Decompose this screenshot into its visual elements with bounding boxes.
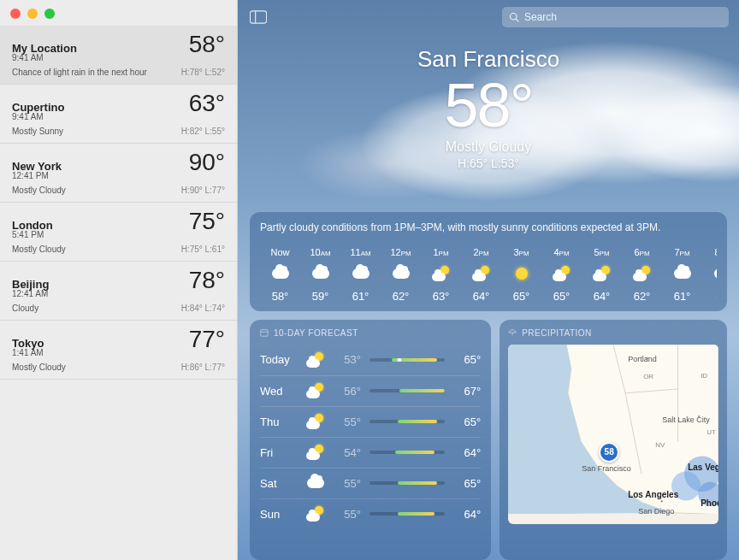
forecast-low: 55°: [334, 477, 361, 490]
map-city-label: ID: [701, 372, 707, 380]
precipitation-map[interactable]: PortlandORIDSalt Lake CityUTNVSan Franci…: [508, 345, 718, 524]
hour-item: 12PM62°: [381, 247, 421, 303]
map-city-label: OR: [643, 373, 653, 380]
location-hilo: H:82° L:55°: [181, 127, 225, 136]
location-item[interactable]: Beijing12:41 AM78°CloudyH:84° L:74°: [0, 262, 237, 321]
hour-item: 6PM62°: [622, 247, 662, 303]
sidebar: My Location9:41 AM58°Chance of light rai…: [0, 0, 238, 560]
hour-temp: 61°: [674, 290, 691, 303]
forecast-header: 10-DAY FORECAST: [260, 328, 481, 338]
hour-temp: 61°: [352, 290, 370, 303]
map-city-label: UT: [706, 428, 716, 436]
location-item[interactable]: London5:41 PM75°Mostly CloudyH:75° L:61°: [0, 203, 237, 262]
forecast-row[interactable]: Fri54°64°: [260, 437, 481, 468]
hour-item: 2PM64°: [461, 247, 501, 303]
location-temp: 90°: [189, 149, 225, 176]
hour-label: 5PM: [594, 247, 609, 257]
location-condition: Mostly Cloudy: [12, 186, 66, 195]
hour-label: Now: [270, 247, 289, 257]
location-item[interactable]: Cupertino9:41 AM63°Mostly SunnyH:82° L:5…: [0, 85, 237, 144]
map-city-label: Las Vegas: [688, 463, 718, 472]
calendar-icon: [260, 328, 269, 337]
forecast-high: 64°: [453, 508, 481, 521]
location-item[interactable]: Tokyo1:41 AM77°Mostly CloudyH:86° L:77°: [0, 321, 237, 380]
minimize-window-button[interactable]: [27, 9, 38, 19]
forecast-row[interactable]: Thu55°65°: [260, 406, 481, 437]
forecast-row[interactable]: Sat55°65°: [260, 468, 481, 498]
locations-list[interactable]: My Location9:41 AM58°Chance of light rai…: [0, 26, 237, 560]
svg-point-2: [511, 14, 517, 21]
location-temp: 58°: [189, 31, 225, 58]
hour-temp: 64°: [473, 290, 490, 303]
temp-range-bar: [370, 420, 445, 423]
hour-item: 5PM64°: [582, 247, 622, 303]
forecast-row[interactable]: Today53°65°: [260, 345, 481, 375]
hourly-summary: Partly cloudy conditions from 1PM–3PM, w…: [260, 221, 717, 235]
cloud-icon: [312, 268, 329, 279]
map-city-label: Phoenix: [701, 498, 718, 508]
forecast-row[interactable]: Sun55°64°: [260, 498, 481, 529]
precipitation-card[interactable]: PRECIPITATION: [500, 320, 727, 560]
hour-temp: 59°: [312, 290, 329, 303]
hourly-forecast-card[interactable]: Partly cloudy conditions from 1PM–3PM, w…: [250, 212, 727, 311]
hour-item: 3PM65°: [501, 247, 541, 303]
svg-line-3: [516, 19, 518, 21]
current-condition: Mostly Cloudy: [238, 139, 739, 155]
forecast-day: Wed: [260, 385, 298, 398]
map-current-location-pin[interactable]: 58: [599, 442, 619, 463]
cloud-icon: [393, 268, 410, 279]
hour-temp: 58°: [272, 290, 289, 303]
location-item[interactable]: My Location9:41 AM58°Chance of light rai…: [0, 26, 237, 85]
ten-day-forecast-card[interactable]: 10-DAY FORECAST Today53°65°Wed56°67°Thu5…: [250, 320, 491, 560]
map-city-label: Los Angeles: [628, 490, 678, 499]
hour-label: 11AM: [350, 247, 370, 257]
location-hilo: H:84° L:74°: [181, 304, 225, 313]
toolbar: [238, 0, 739, 34]
location-item[interactable]: New York12:41 PM90°Mostly CloudyH:90° L:…: [0, 144, 237, 203]
forecast-low: 55°: [334, 508, 361, 521]
search-icon: [509, 12, 519, 22]
partly-cloudy-icon: [633, 266, 652, 281]
cloud-icon: [674, 268, 691, 279]
partly-cloudy-icon: [306, 445, 325, 460]
search-field[interactable]: [502, 7, 729, 27]
map-city-label: Portland: [628, 355, 657, 363]
hour-temp: 64°: [594, 290, 611, 303]
forecast-day: Today: [260, 353, 298, 366]
forecast-day: Fri: [260, 446, 298, 459]
hour-label: 2PM: [473, 247, 488, 257]
forecast-list: Today53°65°Wed56°67°Thu55°65°Fri54°64°Sa…: [260, 345, 481, 529]
window-controls: [0, 0, 237, 26]
location-condition: Chance of light rain in the next hour: [12, 68, 147, 77]
hourly-list[interactable]: Now58°10AM59°11AM61°12PM62°1PM63°2PM64°3…: [260, 247, 717, 303]
hour-label: 7PM: [674, 247, 689, 257]
partly-cloudy-icon: [306, 414, 325, 429]
temp-range-bar: [370, 389, 445, 392]
toggle-sidebar-button[interactable]: [248, 9, 269, 26]
location-hilo: H:90° L:77°: [181, 186, 225, 195]
search-input[interactable]: [524, 11, 722, 23]
hour-item: 4PM65°: [541, 247, 582, 303]
location-temp: 75°: [189, 208, 225, 235]
location-condition: Mostly Sunny: [12, 127, 63, 136]
forecast-row[interactable]: Wed56°67°: [260, 375, 481, 406]
cloud-icon: [272, 268, 289, 279]
map-city-label: Salt Lake City: [662, 416, 710, 424]
forecast-high: 65°: [453, 353, 481, 366]
svg-point-16: [661, 500, 663, 502]
location-hilo: H:86° L:77°: [181, 363, 225, 372]
hour-item: 10AM59°: [300, 247, 340, 303]
sidebar-icon: [250, 10, 267, 24]
partly-cloudy-icon: [432, 266, 451, 281]
partly-cloudy-icon: [472, 266, 491, 281]
close-window-button[interactable]: [10, 9, 21, 19]
hour-temp: 65°: [513, 290, 530, 303]
forecast-low: 54°: [334, 446, 361, 459]
partly-cloudy-icon: [593, 266, 612, 281]
hour-label: 3PM: [513, 247, 529, 257]
cloud-icon: [352, 268, 370, 279]
fullscreen-window-button[interactable]: [44, 9, 55, 19]
location-hilo: H:78° L:52°: [181, 68, 225, 77]
main-pane: San Francisco 58° Mostly Cloudy H:65° L:…: [238, 0, 739, 560]
hour-label: 1PM: [433, 247, 448, 257]
